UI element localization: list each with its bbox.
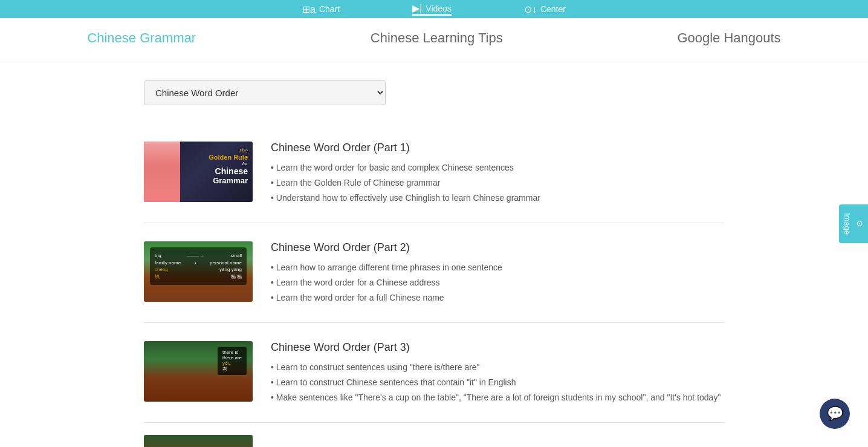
main-content: Chinese Word Order Chinese Sentence Stru… <box>132 62 736 447</box>
diagram-row: chéng yáng yáng <box>155 267 242 272</box>
videos-icon: ▶| <box>412 2 422 14</box>
subnav-chinese-grammar[interactable]: Chinese Grammar <box>87 30 196 50</box>
chat-button[interactable]: 💬 <box>820 399 850 429</box>
video-bullet: • Learn the word order for a Chinese add… <box>271 276 724 289</box>
subnav-chinese-learning-tips[interactable]: Chinese Learning Tips <box>371 30 503 50</box>
video-bullet: • Learn the Golden Rule of Chinese gramm… <box>271 177 724 189</box>
video-bullet: • Learn the word order for basic and com… <box>271 162 724 174</box>
center-icon: ⊙↓ <box>524 4 537 15</box>
video-item: there isthere areyǒu有 Chinese Word Order… <box>144 323 724 423</box>
diagram-row: big ——→ small <box>155 252 242 259</box>
thumbnail-text-1: The Golden Rule for Chinese Grammar <box>209 148 248 185</box>
side-tab-icon: ⊙ <box>855 220 864 227</box>
video-info-part1: Chinese Word Order (Part 1) • Learn the … <box>271 142 724 204</box>
thumb-bg-2: big ——→ small family name • personal nam… <box>144 241 253 302</box>
side-image-tab[interactable]: ⊙ Image <box>839 204 868 243</box>
top-nav-videos-label: Videos <box>426 4 452 13</box>
video-bullet: • Learn how to arrange different time ph… <box>271 261 724 274</box>
top-nav-chart[interactable]: ⊞a Chart <box>302 4 340 15</box>
thumbnail-lady-1 <box>144 142 180 202</box>
video-thumbnail-part1[interactable]: The Golden Rule for Chinese Grammar <box>144 142 253 202</box>
top-nav: ⊞a Chart ▶| Videos ⊙↓ Center <box>0 0 868 18</box>
diagram-row: 钱 杨 杨 <box>155 273 242 280</box>
video-bullets-part3: • Learn to construct sentences using "th… <box>271 361 724 404</box>
video-item: big ——→ small family name • personal nam… <box>144 223 724 323</box>
top-nav-center-label: Center <box>540 4 566 14</box>
subnav-google-hangouts[interactable]: Google Hangouts <box>677 30 780 50</box>
video-title-part3[interactable]: Chinese Word Order (Part 3) <box>271 341 724 354</box>
video-bullets-part1: • Learn the word order for basic and com… <box>271 162 724 204</box>
thumb-bg-3: there isthere areyǒu有 <box>144 341 253 402</box>
video-info-part2: Chinese Word Order (Part 2) • Learn how … <box>271 241 724 304</box>
video-bullets-part2: • Learn how to arrange different time ph… <box>271 261 724 304</box>
video-bullet: • Understand how to effectively use Chin… <box>271 192 724 204</box>
video-item: The Golden Rule for Chinese Grammar Chin… <box>144 123 724 223</box>
diagram-row: family name • personal name <box>155 260 242 266</box>
video-info-part3: Chinese Word Order (Part 3) • Learn to c… <box>271 341 724 404</box>
video-title-part2[interactable]: Chinese Word Order (Part 2) <box>271 241 724 254</box>
video-list: The Golden Rule for Chinese Grammar Chin… <box>144 123 724 447</box>
video-bullet: • Make sentences like "There's a cup on … <box>271 391 724 404</box>
video-bullet: • Learn to construct sentences using "th… <box>271 361 724 374</box>
category-dropdown[interactable]: Chinese Word Order Chinese Sentence Stru… <box>144 80 386 105</box>
dropdown-wrapper: Chinese Word Order Chinese Sentence Stru… <box>144 80 724 105</box>
top-nav-videos[interactable]: ▶| Videos <box>412 2 452 16</box>
chart-icon: ⊞a <box>302 4 316 15</box>
top-nav-chart-label: Chart <box>319 4 340 14</box>
video-thumbnail-part3[interactable]: there isthere areyǒu有 <box>144 341 253 402</box>
video-item-partial <box>144 423 724 447</box>
video-thumbnail-part2[interactable]: big ——→ small family name • personal nam… <box>144 241 253 302</box>
video-thumbnail-part4[interactable] <box>144 435 253 447</box>
video-bullet: • Learn to construct Chinese sentences t… <box>271 376 724 389</box>
sub-nav: Chinese Grammar Chinese Learning Tips Go… <box>0 18 868 62</box>
thumb-diagram: big ——→ small family name • personal nam… <box>150 247 247 285</box>
video-title-part1[interactable]: Chinese Word Order (Part 1) <box>271 142 724 154</box>
chat-icon: 💬 <box>827 406 843 422</box>
top-nav-center[interactable]: ⊙↓ Center <box>524 4 566 15</box>
thumb-text-3: there isthere areyǒu有 <box>218 347 247 375</box>
side-tab-label: Image <box>843 212 852 234</box>
video-bullet: • Learn the word order for a full Chines… <box>271 292 724 304</box>
